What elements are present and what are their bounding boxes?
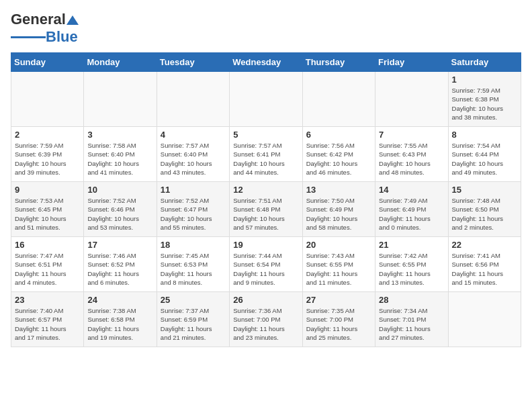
calendar-day-cell: 28Sunrise: 7:34 AM Sunset: 7:01 PM Dayli… xyxy=(375,292,448,347)
day-number: 2 xyxy=(15,130,80,140)
day-info: Sunrise: 7:59 AM Sunset: 6:39 PM Dayligh… xyxy=(15,141,80,177)
day-number: 23 xyxy=(15,295,80,305)
calendar-day-cell: 6Sunrise: 7:56 AM Sunset: 6:42 PM Daylig… xyxy=(302,127,375,182)
calendar-day-cell: 18Sunrise: 7:45 AM Sunset: 6:53 PM Dayli… xyxy=(157,237,229,292)
day-info: Sunrise: 7:59 AM Sunset: 6:38 PM Dayligh… xyxy=(452,86,517,122)
day-number: 14 xyxy=(379,185,444,195)
day-info: Sunrise: 7:55 AM Sunset: 6:43 PM Dayligh… xyxy=(379,141,444,177)
weekday-header-saturday: Saturday xyxy=(448,53,521,72)
day-info: Sunrise: 7:49 AM Sunset: 6:49 PM Dayligh… xyxy=(379,196,444,232)
calendar-day-cell: 14Sunrise: 7:49 AM Sunset: 6:49 PM Dayli… xyxy=(375,182,448,237)
weekday-header-sunday: Sunday xyxy=(11,53,84,72)
day-info: Sunrise: 7:37 AM Sunset: 6:59 PM Dayligh… xyxy=(161,306,226,342)
day-info: Sunrise: 7:47 AM Sunset: 6:51 PM Dayligh… xyxy=(15,251,80,287)
day-info: Sunrise: 7:40 AM Sunset: 6:57 PM Dayligh… xyxy=(15,306,80,342)
day-number: 16 xyxy=(15,240,80,250)
day-info: Sunrise: 7:48 AM Sunset: 6:50 PM Dayligh… xyxy=(452,196,517,232)
day-number: 19 xyxy=(233,240,298,250)
calendar-day-cell: 11Sunrise: 7:52 AM Sunset: 6:47 PM Dayli… xyxy=(157,182,229,237)
calendar-day-cell xyxy=(375,72,448,127)
weekday-header-wednesday: Wednesday xyxy=(230,53,302,72)
calendar-day-cell: 21Sunrise: 7:42 AM Sunset: 6:55 PM Dayli… xyxy=(375,237,448,292)
day-number: 8 xyxy=(452,130,517,140)
calendar-week-row: 2Sunrise: 7:59 AM Sunset: 6:39 PM Daylig… xyxy=(11,127,521,182)
weekday-header-tuesday: Tuesday xyxy=(157,53,229,72)
day-info: Sunrise: 7:57 AM Sunset: 6:40 PM Dayligh… xyxy=(161,141,226,177)
logo: General Blue xyxy=(11,11,79,46)
day-info: Sunrise: 7:54 AM Sunset: 6:44 PM Dayligh… xyxy=(452,141,517,177)
calendar-day-cell: 8Sunrise: 7:54 AM Sunset: 6:44 PM Daylig… xyxy=(448,127,521,182)
calendar-day-cell: 12Sunrise: 7:51 AM Sunset: 6:48 PM Dayli… xyxy=(230,182,302,237)
calendar-week-row: 23Sunrise: 7:40 AM Sunset: 6:57 PM Dayli… xyxy=(11,292,521,347)
calendar-day-cell: 9Sunrise: 7:53 AM Sunset: 6:45 PM Daylig… xyxy=(11,182,84,237)
day-number: 22 xyxy=(452,240,517,250)
calendar-day-cell: 22Sunrise: 7:41 AM Sunset: 6:56 PM Dayli… xyxy=(448,237,521,292)
calendar-day-cell: 16Sunrise: 7:47 AM Sunset: 6:51 PM Dayli… xyxy=(11,237,84,292)
calendar-day-cell xyxy=(84,72,157,127)
day-number: 10 xyxy=(87,185,152,195)
calendar-day-cell: 7Sunrise: 7:55 AM Sunset: 6:43 PM Daylig… xyxy=(375,127,448,182)
svg-marker-0 xyxy=(66,15,79,25)
calendar-day-cell: 20Sunrise: 7:43 AM Sunset: 6:55 PM Dayli… xyxy=(302,237,375,292)
day-number: 11 xyxy=(161,185,226,195)
day-number: 9 xyxy=(15,185,80,195)
calendar-week-row: 1Sunrise: 7:59 AM Sunset: 6:38 PM Daylig… xyxy=(11,72,521,127)
day-info: Sunrise: 7:34 AM Sunset: 7:01 PM Dayligh… xyxy=(379,306,444,342)
calendar-day-cell xyxy=(11,72,84,127)
calendar-day-cell: 23Sunrise: 7:40 AM Sunset: 6:57 PM Dayli… xyxy=(11,292,84,347)
day-info: Sunrise: 7:35 AM Sunset: 7:00 PM Dayligh… xyxy=(306,306,371,342)
day-number: 18 xyxy=(161,240,226,250)
page-header: General Blue xyxy=(11,11,521,46)
day-info: Sunrise: 7:42 AM Sunset: 6:55 PM Dayligh… xyxy=(379,251,444,287)
day-number: 24 xyxy=(87,295,152,305)
day-info: Sunrise: 7:51 AM Sunset: 6:48 PM Dayligh… xyxy=(233,196,298,232)
day-info: Sunrise: 7:45 AM Sunset: 6:53 PM Dayligh… xyxy=(161,251,226,287)
weekday-header-thursday: Thursday xyxy=(302,53,375,72)
calendar-day-cell: 25Sunrise: 7:37 AM Sunset: 6:59 PM Dayli… xyxy=(157,292,229,347)
day-info: Sunrise: 7:56 AM Sunset: 6:42 PM Dayligh… xyxy=(306,141,371,177)
calendar-day-cell xyxy=(448,292,521,347)
day-number: 25 xyxy=(161,295,226,305)
logo-general: General xyxy=(11,11,66,28)
logo-blue: Blue xyxy=(46,28,78,46)
day-number: 13 xyxy=(306,185,371,195)
calendar-day-cell: 4Sunrise: 7:57 AM Sunset: 6:40 PM Daylig… xyxy=(157,127,229,182)
day-info: Sunrise: 7:46 AM Sunset: 6:52 PM Dayligh… xyxy=(87,251,152,287)
calendar-day-cell: 1Sunrise: 7:59 AM Sunset: 6:38 PM Daylig… xyxy=(448,72,521,127)
calendar-week-row: 9Sunrise: 7:53 AM Sunset: 6:45 PM Daylig… xyxy=(11,182,521,237)
calendar-week-row: 16Sunrise: 7:47 AM Sunset: 6:51 PM Dayli… xyxy=(11,237,521,292)
day-number: 27 xyxy=(306,295,371,305)
day-number: 1 xyxy=(452,75,517,85)
day-info: Sunrise: 7:58 AM Sunset: 6:40 PM Dayligh… xyxy=(87,141,152,177)
day-number: 3 xyxy=(87,130,152,140)
calendar-day-cell: 15Sunrise: 7:48 AM Sunset: 6:50 PM Dayli… xyxy=(448,182,521,237)
day-number: 6 xyxy=(306,130,371,140)
day-number: 5 xyxy=(233,130,298,140)
day-number: 20 xyxy=(306,240,371,250)
day-info: Sunrise: 7:52 AM Sunset: 6:47 PM Dayligh… xyxy=(161,196,226,232)
calendar-day-cell: 10Sunrise: 7:52 AM Sunset: 6:46 PM Dayli… xyxy=(84,182,157,237)
weekday-header-row: SundayMondayTuesdayWednesdayThursdayFrid… xyxy=(11,53,521,72)
calendar-day-cell: 27Sunrise: 7:35 AM Sunset: 7:00 PM Dayli… xyxy=(302,292,375,347)
calendar-day-cell: 26Sunrise: 7:36 AM Sunset: 7:00 PM Dayli… xyxy=(230,292,302,347)
calendar-day-cell: 2Sunrise: 7:59 AM Sunset: 6:39 PM Daylig… xyxy=(11,127,84,182)
day-info: Sunrise: 7:44 AM Sunset: 6:54 PM Dayligh… xyxy=(233,251,298,287)
calendar-day-cell: 5Sunrise: 7:57 AM Sunset: 6:41 PM Daylig… xyxy=(230,127,302,182)
calendar-day-cell xyxy=(230,72,302,127)
calendar-day-cell: 19Sunrise: 7:44 AM Sunset: 6:54 PM Dayli… xyxy=(230,237,302,292)
day-number: 26 xyxy=(233,295,298,305)
calendar-table: SundayMondayTuesdayWednesdayThursdayFrid… xyxy=(11,52,521,347)
calendar-day-cell: 17Sunrise: 7:46 AM Sunset: 6:52 PM Dayli… xyxy=(84,237,157,292)
logo-underline xyxy=(11,36,46,38)
calendar-day-cell xyxy=(302,72,375,127)
day-number: 12 xyxy=(233,185,298,195)
weekday-header-friday: Friday xyxy=(375,53,448,72)
day-number: 17 xyxy=(87,240,152,250)
weekday-header-monday: Monday xyxy=(84,53,157,72)
calendar-day-cell: 3Sunrise: 7:58 AM Sunset: 6:40 PM Daylig… xyxy=(84,127,157,182)
day-number: 15 xyxy=(452,185,517,195)
day-info: Sunrise: 7:53 AM Sunset: 6:45 PM Dayligh… xyxy=(15,196,80,232)
day-info: Sunrise: 7:38 AM Sunset: 6:58 PM Dayligh… xyxy=(87,306,152,342)
day-number: 7 xyxy=(379,130,444,140)
calendar-day-cell xyxy=(157,72,229,127)
